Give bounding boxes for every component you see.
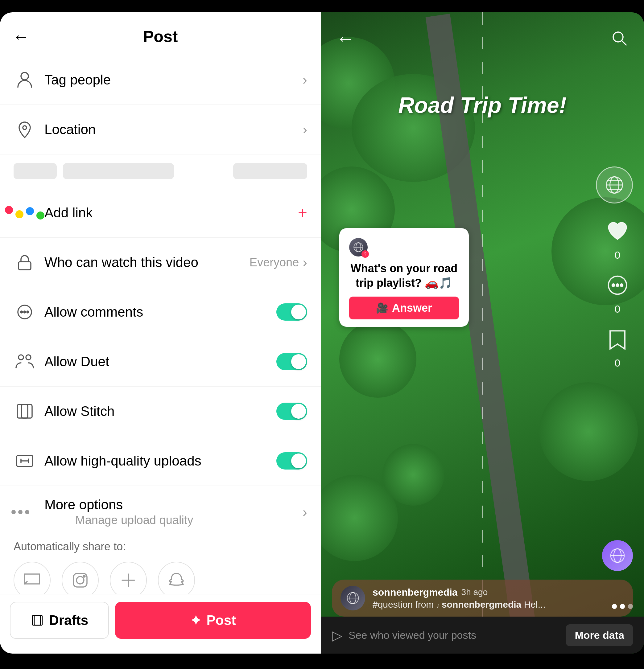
creator-desc-text: #question from	[373, 599, 434, 610]
like-icon-group[interactable]: 0	[602, 216, 633, 261]
dot1	[11, 510, 16, 514]
svg-point-1	[23, 126, 27, 129]
video-camera-icon: 🎥	[376, 302, 388, 314]
qa-answer-button[interactable]: 🎥 Answer	[349, 297, 459, 319]
creator-name-row: sonnenbergmedia 3h ago	[373, 587, 624, 598]
tree-patch	[539, 382, 638, 481]
tree-patch	[339, 321, 416, 398]
video-back-button[interactable]: ←	[334, 27, 356, 49]
qa-card: ? What's on your road trip playlist? 🚗🎵 …	[339, 228, 469, 327]
share-section: Automatically share to:	[0, 530, 321, 594]
creator-globe-icon	[345, 590, 361, 606]
globe-icon[interactable]	[596, 167, 633, 203]
more-options-sublabel: Manage upload quality	[44, 514, 303, 527]
snapchat-share-button[interactable]	[158, 562, 195, 594]
right-side-icons: 0 0	[602, 216, 633, 369]
toggle-knob	[291, 354, 306, 369]
more-data-button[interactable]: More data	[566, 624, 633, 646]
qa-avatar: ?	[349, 238, 368, 256]
creator-time: 3h ago	[461, 587, 488, 597]
allow-hq-toggle[interactable]	[276, 452, 307, 470]
creator-handle: sonnenbergmedia	[442, 599, 521, 610]
green-dot	[37, 212, 44, 219]
who-can-watch-value: Everyone	[250, 256, 299, 269]
bottom-buttons: Drafts ✦ Post	[0, 594, 321, 654]
share-icons	[14, 562, 307, 594]
toggle-knob	[291, 304, 306, 319]
allow-stitch-row[interactable]: Allow Stitch	[0, 387, 321, 436]
left-panel: ← Post Tag people ›	[0, 12, 321, 654]
svg-point-0	[21, 72, 28, 80]
creator-avatar	[340, 586, 365, 610]
bookmark-svg	[605, 327, 630, 352]
svg-point-13	[76, 577, 84, 584]
placeholder-block-2	[63, 163, 174, 179]
comment-icon-side	[602, 270, 633, 301]
allow-duet-row[interactable]: Allow Duet	[0, 337, 321, 387]
allow-comments-toggle[interactable]	[276, 303, 307, 321]
allow-hq-row[interactable]: Allow high-quality uploads	[0, 436, 321, 486]
creator-info: sonnenbergmedia 3h ago #question from ♪ …	[373, 587, 624, 610]
purple-circle	[602, 540, 633, 571]
sparkle-icon: ✦	[190, 613, 201, 628]
svg-rect-10	[22, 404, 32, 418]
header: ← Post	[0, 12, 321, 55]
instagram-share-button[interactable]	[62, 562, 99, 594]
more-options-content: More options Manage upload quality	[44, 497, 303, 527]
plus-icon[interactable]: +	[298, 203, 307, 222]
qa-answer-label: Answer	[392, 301, 432, 314]
who-can-watch-right: Everyone ›	[250, 255, 307, 270]
location-row[interactable]: Location ›	[0, 105, 321, 155]
add-share-button[interactable]	[110, 562, 147, 594]
lock-icon	[14, 251, 36, 273]
video-search-button[interactable]	[608, 27, 630, 49]
who-can-watch-row[interactable]: Who can watch this video Everyone ›	[0, 238, 321, 287]
allow-stitch-toggle[interactable]	[276, 403, 307, 420]
bottom-bar-left: ▷ See who viewed your posts	[332, 627, 566, 643]
qa-badge-icon: ?	[364, 252, 366, 256]
bookmark-icon-group[interactable]: 0	[602, 324, 633, 369]
post-button[interactable]: ✦ Post	[115, 602, 311, 639]
svg-point-5	[24, 311, 26, 313]
video-top-bar: ←	[321, 12, 644, 64]
comment-svg	[605, 273, 630, 298]
more-options-row[interactable]: More options Manage upload quality ›	[0, 486, 321, 530]
play-icon[interactable]: ▷	[332, 627, 342, 643]
search-icon	[610, 29, 629, 47]
drafts-button[interactable]: Drafts	[10, 602, 109, 639]
who-can-watch-label: Who can watch this video	[44, 255, 250, 270]
share-label: Automatically share to:	[14, 540, 307, 553]
tag-people-row[interactable]: Tag people ›	[0, 55, 321, 105]
allow-stitch-label: Allow Stitch	[44, 403, 276, 419]
dot-active	[612, 604, 617, 609]
video-bottom-bar: ▷ See who viewed your posts More data	[321, 616, 644, 654]
add-link-label: Add link	[44, 205, 298, 220]
allow-duet-label: Allow Duet	[44, 354, 276, 369]
link-icon	[14, 202, 36, 224]
stitch-icon	[14, 400, 36, 422]
tag-people-right: ›	[303, 72, 307, 88]
chevron-icon: ›	[303, 255, 307, 270]
location-right: ›	[303, 122, 307, 137]
messages-share-button[interactable]	[14, 562, 51, 594]
allow-comments-row[interactable]: Allow comments	[0, 287, 321, 337]
dot2	[18, 510, 23, 514]
back-button[interactable]: ←	[12, 27, 30, 46]
comment-icon-group[interactable]: 0	[602, 270, 633, 315]
progress-dots	[612, 604, 633, 609]
yellow-dot	[15, 210, 24, 218]
placeholder-block-3	[233, 163, 307, 179]
video-background: ← Road Trip Time!	[321, 12, 644, 654]
drafts-label: Drafts	[49, 613, 88, 628]
add-link-row[interactable]: Add link +	[0, 188, 321, 238]
qa-badge: ?	[362, 250, 369, 258]
allow-duet-toggle[interactable]	[276, 353, 307, 370]
more-options-right: ›	[303, 504, 307, 520]
chevron-icon: ›	[303, 122, 307, 137]
svg-rect-9	[17, 404, 28, 418]
back-arrow-icon: ←	[336, 28, 355, 49]
chevron-icon: ›	[303, 504, 307, 520]
menu-items: Tag people › Location ›	[0, 55, 321, 594]
bookmark-icon	[602, 324, 633, 355]
allow-hq-label: Allow high-quality uploads	[44, 453, 276, 469]
